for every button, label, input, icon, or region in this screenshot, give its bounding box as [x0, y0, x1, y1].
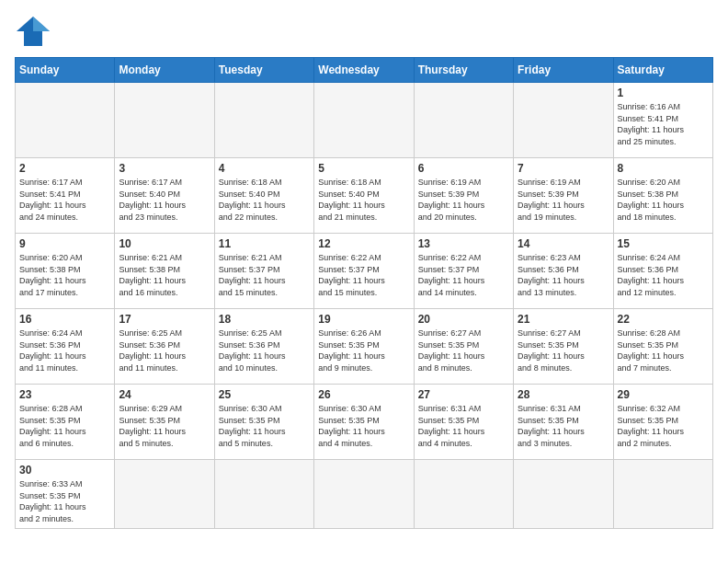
day-number: 6	[418, 162, 509, 175]
calendar-cell	[115, 460, 214, 529]
day-number: 12	[318, 237, 409, 250]
day-number: 10	[119, 237, 210, 250]
calendar-cell: 13Sunrise: 6:22 AM Sunset: 5:37 PM Dayli…	[414, 234, 513, 309]
calendar-cell: 5Sunrise: 6:18 AM Sunset: 5:40 PM Daylig…	[314, 158, 414, 234]
day-number: 30	[19, 464, 110, 477]
day-info: Sunrise: 6:26 AM Sunset: 5:35 PM Dayligh…	[318, 327, 409, 373]
day-info: Sunrise: 6:23 AM Sunset: 5:36 PM Dayligh…	[518, 252, 609, 298]
calendar-cell: 12Sunrise: 6:22 AM Sunset: 5:37 PM Dayli…	[314, 234, 414, 309]
day-number: 8	[618, 162, 709, 175]
calendar-cell: 21Sunrise: 6:27 AM Sunset: 5:35 PM Dayli…	[514, 309, 613, 385]
calendar-cell: 19Sunrise: 6:26 AM Sunset: 5:35 PM Dayli…	[314, 309, 414, 385]
calendar-cell: 9Sunrise: 6:20 AM Sunset: 5:38 PM Daylig…	[16, 234, 115, 309]
weekday-header-friday: Friday	[514, 58, 613, 83]
day-number: 14	[518, 237, 609, 250]
day-info: Sunrise: 6:28 AM Sunset: 5:35 PM Dayligh…	[618, 327, 709, 373]
calendar-cell	[16, 83, 115, 158]
calendar-cell: 30Sunrise: 6:33 AM Sunset: 5:35 PM Dayli…	[16, 460, 115, 529]
day-info: Sunrise: 6:20 AM Sunset: 5:38 PM Dayligh…	[19, 252, 110, 298]
calendar-cell: 11Sunrise: 6:21 AM Sunset: 5:37 PM Dayli…	[214, 234, 313, 309]
day-info: Sunrise: 6:17 AM Sunset: 5:41 PM Dayligh…	[19, 177, 110, 223]
day-info: Sunrise: 6:27 AM Sunset: 5:35 PM Dayligh…	[418, 327, 509, 373]
calendar-cell: 4Sunrise: 6:18 AM Sunset: 5:40 PM Daylig…	[214, 158, 313, 234]
calendar-cell: 25Sunrise: 6:30 AM Sunset: 5:35 PM Dayli…	[214, 385, 313, 460]
day-info: Sunrise: 6:30 AM Sunset: 5:35 PM Dayligh…	[219, 403, 310, 449]
logo-icon	[15, 15, 51, 48]
calendar-cell: 3Sunrise: 6:17 AM Sunset: 5:40 PM Daylig…	[115, 158, 214, 234]
calendar-cell	[414, 83, 513, 158]
day-number: 29	[618, 388, 709, 401]
day-info: Sunrise: 6:29 AM Sunset: 5:35 PM Dayligh…	[119, 403, 210, 449]
calendar-table: SundayMondayTuesdayWednesdayThursdayFrid…	[15, 57, 713, 529]
weekday-header-saturday: Saturday	[613, 58, 712, 83]
day-number: 21	[518, 313, 609, 326]
day-info: Sunrise: 6:20 AM Sunset: 5:38 PM Dayligh…	[618, 177, 709, 223]
calendar-cell: 18Sunrise: 6:25 AM Sunset: 5:36 PM Dayli…	[214, 309, 313, 385]
calendar-cell: 20Sunrise: 6:27 AM Sunset: 5:35 PM Dayli…	[414, 309, 513, 385]
day-info: Sunrise: 6:31 AM Sunset: 5:35 PM Dayligh…	[418, 403, 509, 449]
calendar-cell: 14Sunrise: 6:23 AM Sunset: 5:36 PM Dayli…	[514, 234, 613, 309]
day-info: Sunrise: 6:24 AM Sunset: 5:36 PM Dayligh…	[618, 252, 709, 298]
page-header	[15, 15, 713, 48]
calendar-week-2: 2Sunrise: 6:17 AM Sunset: 5:41 PM Daylig…	[16, 158, 713, 234]
day-number: 23	[19, 388, 110, 401]
calendar-cell: 28Sunrise: 6:31 AM Sunset: 5:35 PM Dayli…	[514, 385, 613, 460]
day-info: Sunrise: 6:31 AM Sunset: 5:35 PM Dayligh…	[518, 403, 609, 449]
calendar-cell: 17Sunrise: 6:25 AM Sunset: 5:36 PM Dayli…	[115, 309, 214, 385]
calendar-week-3: 9Sunrise: 6:20 AM Sunset: 5:38 PM Daylig…	[16, 234, 713, 309]
day-info: Sunrise: 6:32 AM Sunset: 5:35 PM Dayligh…	[618, 403, 709, 449]
calendar-cell: 1Sunrise: 6:16 AM Sunset: 5:41 PM Daylig…	[613, 83, 712, 158]
weekday-header-tuesday: Tuesday	[214, 58, 313, 83]
calendar-week-4: 16Sunrise: 6:24 AM Sunset: 5:36 PM Dayli…	[16, 309, 713, 385]
day-info: Sunrise: 6:33 AM Sunset: 5:35 PM Dayligh…	[19, 478, 110, 524]
weekday-row: SundayMondayTuesdayWednesdayThursdayFrid…	[16, 58, 713, 83]
calendar-header: SundayMondayTuesdayWednesdayThursdayFrid…	[16, 58, 713, 83]
day-info: Sunrise: 6:27 AM Sunset: 5:35 PM Dayligh…	[518, 327, 609, 373]
day-number: 2	[19, 162, 110, 175]
day-info: Sunrise: 6:24 AM Sunset: 5:36 PM Dayligh…	[19, 327, 110, 373]
day-number: 20	[418, 313, 509, 326]
calendar-cell: 26Sunrise: 6:30 AM Sunset: 5:35 PM Dayli…	[314, 385, 414, 460]
day-number: 5	[318, 162, 409, 175]
calendar-cell	[115, 83, 214, 158]
day-number: 24	[119, 388, 210, 401]
calendar-cell: 6Sunrise: 6:19 AM Sunset: 5:39 PM Daylig…	[414, 158, 513, 234]
day-number: 19	[318, 313, 409, 326]
calendar-cell: 23Sunrise: 6:28 AM Sunset: 5:35 PM Dayli…	[16, 385, 115, 460]
day-number: 1	[618, 86, 709, 99]
day-number: 17	[119, 313, 210, 326]
weekday-header-monday: Monday	[115, 58, 214, 83]
day-number: 18	[219, 313, 310, 326]
calendar-cell: 7Sunrise: 6:19 AM Sunset: 5:39 PM Daylig…	[514, 158, 613, 234]
calendar-cell	[514, 460, 613, 529]
day-number: 28	[518, 388, 609, 401]
calendar-cell: 10Sunrise: 6:21 AM Sunset: 5:38 PM Dayli…	[115, 234, 214, 309]
svg-marker-1	[33, 17, 50, 31]
weekday-header-sunday: Sunday	[16, 58, 115, 83]
day-info: Sunrise: 6:18 AM Sunset: 5:40 PM Dayligh…	[219, 177, 310, 223]
weekday-header-thursday: Thursday	[414, 58, 513, 83]
day-number: 15	[618, 237, 709, 250]
calendar-cell	[514, 83, 613, 158]
day-number: 22	[618, 313, 709, 326]
calendar-week-6: 30Sunrise: 6:33 AM Sunset: 5:35 PM Dayli…	[16, 460, 713, 529]
day-info: Sunrise: 6:21 AM Sunset: 5:38 PM Dayligh…	[119, 252, 210, 298]
calendar-cell	[314, 460, 414, 529]
calendar-body: 1Sunrise: 6:16 AM Sunset: 5:41 PM Daylig…	[16, 83, 713, 529]
weekday-header-wednesday: Wednesday	[314, 58, 414, 83]
calendar-cell: 22Sunrise: 6:28 AM Sunset: 5:35 PM Dayli…	[613, 309, 712, 385]
calendar-week-1: 1Sunrise: 6:16 AM Sunset: 5:41 PM Daylig…	[16, 83, 713, 158]
day-number: 26	[318, 388, 409, 401]
day-info: Sunrise: 6:25 AM Sunset: 5:36 PM Dayligh…	[119, 327, 210, 373]
day-info: Sunrise: 6:25 AM Sunset: 5:36 PM Dayligh…	[219, 327, 310, 373]
calendar-cell: 16Sunrise: 6:24 AM Sunset: 5:36 PM Dayli…	[16, 309, 115, 385]
calendar-cell: 29Sunrise: 6:32 AM Sunset: 5:35 PM Dayli…	[613, 385, 712, 460]
calendar-cell	[214, 460, 313, 529]
day-info: Sunrise: 6:19 AM Sunset: 5:39 PM Dayligh…	[518, 177, 609, 223]
calendar-cell: 8Sunrise: 6:20 AM Sunset: 5:38 PM Daylig…	[613, 158, 712, 234]
day-info: Sunrise: 6:16 AM Sunset: 5:41 PM Dayligh…	[618, 101, 709, 147]
day-number: 9	[19, 237, 110, 250]
calendar-cell: 15Sunrise: 6:24 AM Sunset: 5:36 PM Dayli…	[613, 234, 712, 309]
calendar-cell: 27Sunrise: 6:31 AM Sunset: 5:35 PM Dayli…	[414, 385, 513, 460]
calendar-cell: 24Sunrise: 6:29 AM Sunset: 5:35 PM Dayli…	[115, 385, 214, 460]
